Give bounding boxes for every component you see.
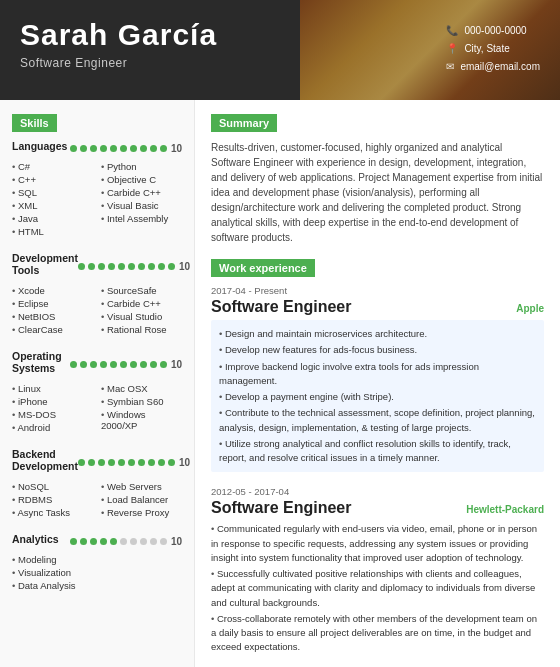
backend-col-2: Web Servers Load Balancer Reverse Proxy [101, 480, 182, 519]
skill-item: Data Analysis [12, 579, 182, 592]
skill-item: Android [12, 421, 93, 434]
dot [150, 538, 157, 545]
skill-item: iPhone [12, 395, 93, 408]
devtools-col-2: SourceSafe Carbide C++ Visual Studio Rat… [101, 284, 182, 336]
skill-item: Async Tasks [12, 506, 93, 519]
devtools-dots [78, 263, 175, 270]
dot [98, 459, 105, 466]
bullet-item: Cross-collaborate remotely with other me… [211, 611, 544, 656]
skills-section-title: Skills [12, 114, 57, 132]
skill-item: Carbide C++ [101, 297, 182, 310]
dot [88, 263, 95, 270]
skill-item: NoSQL [12, 480, 93, 493]
job-date-apple: 2017-04 - Present [211, 285, 544, 296]
job-company-apple: Apple [516, 303, 544, 314]
languages-col-1: C# C++ SQL XML Java HTML [12, 160, 93, 238]
email-item: ✉ email@email.com [446, 58, 540, 76]
dot [140, 145, 147, 152]
skill-item: Web Servers [101, 480, 182, 493]
dot [140, 538, 147, 545]
devtools-section: Development Tools [12, 252, 182, 336]
os-dots-row: Operating Systems [12, 350, 182, 378]
dot [140, 361, 147, 368]
dot [168, 459, 175, 466]
bullet-item: Contribute to the technical assessment, … [219, 405, 536, 436]
devtools-columns: Xcode Eclipse NetBIOS ClearCase SourceSa… [12, 284, 182, 336]
dot [148, 263, 155, 270]
email-address: email@email.com [460, 58, 540, 76]
dot [110, 538, 117, 545]
dot [100, 361, 107, 368]
dot [148, 459, 155, 466]
backend-dots-row: Backend Development [12, 448, 182, 476]
dot [120, 538, 127, 545]
skill-item: Visual Studio [101, 310, 182, 323]
dot [160, 538, 167, 545]
job-entry-apple: 2017-04 - Present Software Engineer Appl… [211, 285, 544, 472]
os-section: Operating Systems [12, 350, 182, 434]
skill-item: NetBIOS [12, 310, 93, 323]
dot [158, 263, 165, 270]
languages-score: 10 [171, 143, 182, 154]
skill-item: Objective C [101, 173, 182, 186]
skill-item: Modeling [12, 553, 182, 566]
skill-item: Rational Rose [101, 323, 182, 336]
languages-title: Languages [12, 140, 67, 152]
skill-item: Linux [12, 382, 93, 395]
job-bullets-apple: Design and maintain microservices archit… [211, 320, 544, 472]
bullet-item: Improve backend logic involve extra tool… [219, 359, 536, 390]
backend-section: Backend Development [12, 448, 182, 519]
summary-section: Summary Results-driven, customer-focused… [211, 114, 544, 245]
skill-item: Mac OSX [101, 382, 182, 395]
location-text: City, State [464, 40, 509, 58]
dot [138, 263, 145, 270]
dot [88, 459, 95, 466]
os-dots [70, 361, 167, 368]
dot [130, 538, 137, 545]
languages-dots [70, 145, 167, 152]
location-item: 📍 City, State [446, 40, 540, 58]
dot [110, 361, 117, 368]
skill-item: ClearCase [12, 323, 93, 336]
os-columns: Linux iPhone MS-DOS Android Mac OSX Symb… [12, 382, 182, 434]
dot [118, 263, 125, 270]
analytics-section: Analytics [12, 533, 182, 592]
skill-item: Windows 2000/XP [101, 408, 182, 432]
email-icon: ✉ [446, 58, 454, 76]
dot [90, 361, 97, 368]
skill-item: RDBMS [12, 493, 93, 506]
skill-item: C# [12, 160, 93, 173]
skill-item: Eclipse [12, 297, 93, 310]
resume: Sarah García Software Engineer 📞 000-000… [0, 0, 560, 667]
job-title-row-apple: Software Engineer Apple [211, 298, 544, 316]
dot [98, 263, 105, 270]
skill-item: XML [12, 199, 93, 212]
analytics-col-1: Modeling Visualization Data Analysis [12, 553, 182, 592]
backend-dots [78, 459, 175, 466]
bullet-item: Utilize strong analytical and conflict r… [219, 436, 536, 467]
dot [90, 145, 97, 152]
os-title: Operating Systems [12, 350, 70, 374]
bullet-item: Successfully cultivated positive relatio… [211, 566, 544, 611]
bullet-item: Develop a payment engine (with Stripe). [219, 389, 536, 405]
dot [78, 263, 85, 270]
bullet-item: Develop new features for ads-focus busin… [219, 342, 536, 358]
dot [160, 145, 167, 152]
summary-title: Summary [211, 114, 277, 132]
skill-item: Symbian S60 [101, 395, 182, 408]
backend-columns: NoSQL RDBMS Async Tasks Web Servers Load… [12, 480, 182, 519]
analytics-dots [70, 538, 167, 545]
bullet-item: Communicated regularly with end-users vi… [211, 521, 544, 566]
dot [168, 263, 175, 270]
dot [70, 145, 77, 152]
skill-item: Carbide C++ [101, 186, 182, 199]
dot [130, 145, 137, 152]
skill-item: HTML [12, 225, 93, 238]
job-bullets-hp: Communicated regularly with end-users vi… [211, 521, 544, 655]
dot [118, 459, 125, 466]
right-content: Summary Results-driven, customer-focused… [195, 100, 560, 667]
job-title-row-hp: Software Engineer Hewlett-Packard [211, 499, 544, 517]
dot [150, 145, 157, 152]
work-title: Work experience [211, 259, 315, 277]
dot [128, 263, 135, 270]
